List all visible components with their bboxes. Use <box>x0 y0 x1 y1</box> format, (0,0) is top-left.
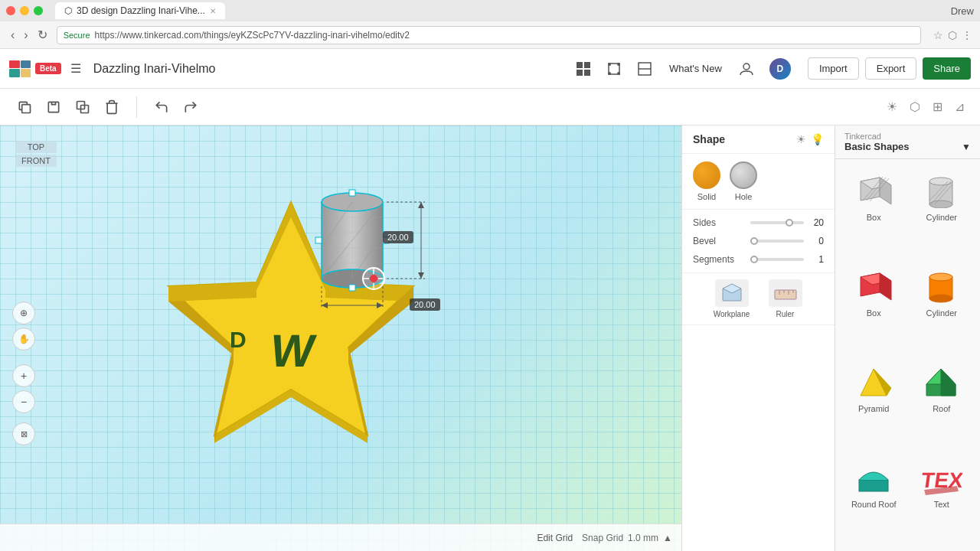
library-breadcrumb: Tinkercad <box>844 132 971 141</box>
app-header: Beta ☰ Dazzling Inari-Vihelmo <box>0 49 980 89</box>
measure-icon[interactable]: ⊿ <box>952 96 968 117</box>
segments-control: 1 <box>750 254 824 265</box>
library-item-cylinder-striped[interactable]: Cylinder <box>911 167 973 256</box>
undo-button[interactable] <box>149 95 174 119</box>
user-name: Drew <box>951 5 974 17</box>
delete-button[interactable] <box>100 95 124 119</box>
shape-view-icon[interactable]: ⬡ <box>906 96 923 117</box>
copy-button[interactable] <box>12 95 37 119</box>
height-measurement: 20.00 <box>383 231 413 243</box>
sides-value: 20 <box>808 217 824 228</box>
sides-control: 20 <box>750 217 824 228</box>
extensions-icon[interactable]: ⬡ <box>948 29 957 41</box>
user-icon <box>739 61 754 77</box>
box-red-preview <box>851 267 897 305</box>
library-item-roof[interactable]: Roof <box>911 358 973 448</box>
shapes-library: Tinkercad Basic Shapes ▼ <box>835 126 980 551</box>
edit-grid-button[interactable]: Edit Grid <box>537 533 573 543</box>
shape-properties: Sides 20 Bevel 0 <box>682 210 835 273</box>
cylinder-striped-preview <box>919 171 965 210</box>
bookmark-icon[interactable]: ☆ <box>933 29 943 41</box>
traffic-lights <box>6 6 43 15</box>
whats-new-button[interactable]: What's New <box>663 60 728 77</box>
svg-rect-3 <box>584 70 590 76</box>
project-name[interactable]: Dazzling Inari-Vihelmo <box>93 62 216 76</box>
bevel-slider[interactable] <box>750 240 804 243</box>
address-icons: ☆ ⬡ ⋮ <box>933 29 972 41</box>
shape-header-icons: ☀ 💡 <box>796 133 824 145</box>
browser-tab[interactable]: ⬡ 3D design Dazzling Inari-Vihe... ✕ <box>55 2 225 19</box>
import-button[interactable]: Import <box>808 57 859 80</box>
back-button[interactable]: ‹ <box>8 26 18 44</box>
sun-icon[interactable]: ☀ <box>884 96 900 117</box>
library-item-pyramid[interactable]: Pyramid <box>843 358 905 448</box>
roof-label: Roof <box>933 404 950 413</box>
tab-close-icon[interactable]: ✕ <box>210 7 216 15</box>
workplane-panel[interactable]: Workplane <box>709 279 755 318</box>
box-striped-label: Box <box>867 213 881 222</box>
share-button[interactable]: Share <box>923 57 971 80</box>
segments-value: 1 <box>808 254 824 265</box>
bevel-value: 0 <box>808 236 824 246</box>
bevel-label: Bevel <box>693 236 716 246</box>
export-button[interactable]: Export <box>865 57 917 80</box>
solid-label: Solid <box>697 192 716 201</box>
ruler-panel[interactable]: Ruler <box>763 279 808 318</box>
svg-point-85 <box>929 295 952 302</box>
solid-type-item[interactable]: Solid <box>693 161 720 201</box>
width-measurement: 20.00 <box>410 298 440 311</box>
svg-rect-42 <box>349 285 355 291</box>
align-button[interactable] <box>632 57 657 81</box>
tool-panels: Workplane Ruler <box>682 273 835 325</box>
sides-slider-thumb[interactable] <box>786 219 793 227</box>
text-preview: TEXT <box>919 458 965 497</box>
svg-point-11 <box>743 64 750 70</box>
library-item-cylinder-orange[interactable]: Cylinder <box>911 262 973 352</box>
bevel-slider-thumb[interactable] <box>750 237 758 245</box>
library-item-text[interactable]: TEXT Text <box>911 454 973 543</box>
library-item-box-striped[interactable]: Box <box>843 167 905 256</box>
segments-slider[interactable] <box>750 258 804 261</box>
segments-slider-thumb[interactable] <box>750 256 758 263</box>
logo-cell-3 <box>9 69 20 77</box>
canvas-area[interactable]: TOP FRONT ⊕ ✋ + − ⊠ <box>0 126 681 551</box>
user-profile-button[interactable] <box>734 57 759 81</box>
transform-button[interactable] <box>602 57 626 81</box>
text-label: Text <box>934 500 949 509</box>
paste-button[interactable] <box>41 95 66 119</box>
sides-label: Sides <box>693 217 716 228</box>
maximize-button[interactable] <box>34 6 43 15</box>
hole-circle <box>730 161 757 189</box>
tinkercad-logo: Beta <box>9 60 61 77</box>
redo-button[interactable] <box>178 95 203 119</box>
forward-button[interactable]: › <box>21 26 31 44</box>
svg-marker-54 <box>418 202 424 208</box>
library-item-round-roof[interactable]: Round Roof <box>843 454 905 543</box>
address-field[interactable]: Secure https://www.tinkercad.com/things/… <box>57 26 921 44</box>
view-controls: ☀ ⬡ ⊞ ⊿ <box>884 96 968 117</box>
grid-view-button[interactable] <box>571 57 596 81</box>
refresh-button[interactable]: ↻ <box>34 26 51 44</box>
sides-slider[interactable] <box>750 221 804 224</box>
avatar-button[interactable]: D <box>765 54 795 84</box>
close-button[interactable] <box>6 6 15 15</box>
sides-row: Sides 20 <box>693 217 824 228</box>
duplicate-button[interactable] <box>70 95 95 119</box>
align-icon <box>637 61 652 77</box>
library-item-box-red[interactable]: Box <box>843 262 905 352</box>
shape-panel-title: Shape <box>693 133 725 145</box>
snap-dropdown-icon[interactable]: ▲ <box>663 533 672 543</box>
selection-handle-top[interactable] <box>349 190 355 196</box>
main-content: TOP FRONT ⊕ ✋ + − ⊠ <box>0 126 980 551</box>
cylinder-orange-label: Cylinder <box>926 308 957 318</box>
menu-icon[interactable]: ⋮ <box>962 29 972 41</box>
crop-icon[interactable]: ⊞ <box>929 96 946 117</box>
svg-marker-70 <box>880 178 891 204</box>
hamburger-menu-icon[interactable]: ☰ <box>70 61 81 76</box>
library-collapse-icon[interactable]: ▼ <box>962 142 971 152</box>
svg-rect-2 <box>577 70 583 76</box>
minimize-button[interactable] <box>20 6 29 15</box>
shape-light-icon[interactable]: ☀ <box>796 133 806 145</box>
shape-bulb-icon[interactable]: 💡 <box>811 133 824 145</box>
hole-type-item[interactable]: Hole <box>730 161 757 201</box>
